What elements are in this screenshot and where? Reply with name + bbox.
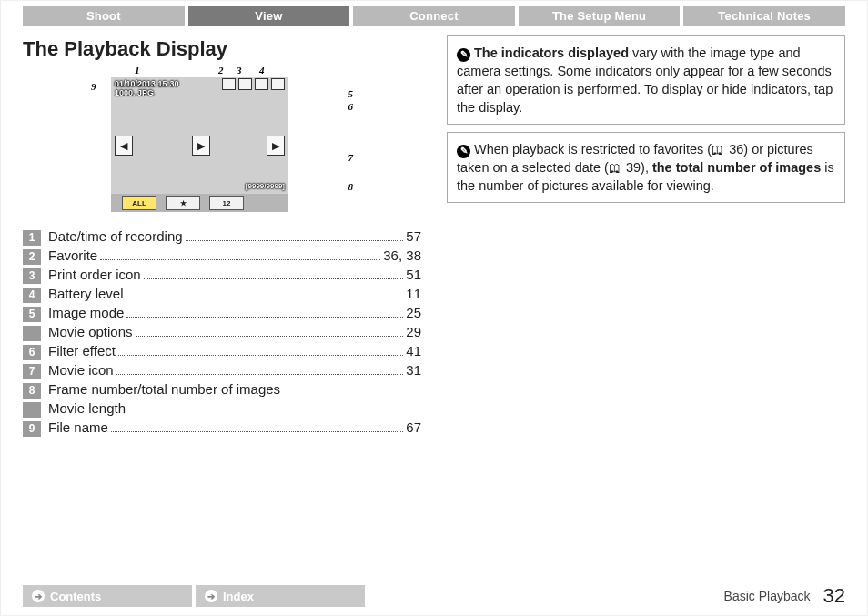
index-link[interactable]: ➔ Index	[196, 585, 365, 607]
overlay-datetime: 01/10/2013 15:30	[115, 79, 179, 88]
legend-pageref[interactable]: 31	[406, 360, 421, 379]
legend-number: .	[23, 326, 41, 341]
legend-row: 4Battery level11	[23, 284, 421, 303]
legend-row: 8Frame number/total number of images	[23, 379, 421, 399]
legend-pageref[interactable]: 57	[406, 227, 421, 246]
legend-pageref[interactable]: 36, 38	[383, 246, 421, 265]
footer-bar: ➔ Contents ➔ Index Basic Playback 32	[23, 584, 845, 608]
tab-favorite-icon: ★	[166, 196, 200, 210]
legend-number: 9	[23, 421, 41, 437]
contents-label: Contents	[50, 590, 101, 603]
legend-label: Print order icon	[48, 265, 141, 284]
top-tabs: Shoot View Connect The Setup Menu Techni…	[23, 6, 845, 26]
note2-post1: ),	[641, 160, 652, 175]
tab-calendar-icon: 12	[209, 196, 244, 210]
leader-dots	[100, 259, 380, 260]
prev-icon: ◀	[115, 136, 133, 156]
legend-label: Favorite	[48, 246, 97, 265]
print-order-icon	[238, 78, 252, 90]
overlay-status-icons	[222, 78, 285, 90]
note2-pre: When playback is restricted to favorites…	[474, 142, 712, 157]
tab-all-icon: ALL	[122, 196, 156, 210]
camera-screen: 01/10/2013 15:30 1000. JPG ◀ ▶ ▶ [9999/9…	[111, 77, 288, 212]
legend-label: Image mode	[48, 303, 124, 322]
legend-label: Frame number/total number of images	[48, 379, 280, 399]
legend-row: 9File name67	[23, 418, 421, 437]
note-indicators: ✎The indicators displayed vary with the …	[447, 35, 845, 125]
legend-number: 8	[23, 383, 41, 399]
leader-dots	[116, 374, 404, 375]
legend-number: 5	[23, 307, 41, 322]
favorite-icon	[222, 78, 236, 90]
legend-row: 1Date/time of recording57	[23, 227, 421, 246]
legend-number: 1	[23, 230, 41, 246]
next-icon: ▶	[267, 136, 285, 156]
leader-dots	[186, 240, 404, 241]
legend-row: 5Image mode25	[23, 303, 421, 322]
index-label: Index	[223, 590, 254, 603]
legend-label: File name	[48, 418, 108, 437]
legend-pageref[interactable]: 11	[406, 284, 421, 303]
callout-2: 2	[218, 65, 224, 76]
leader-dots	[136, 336, 404, 337]
legend-number: 2	[23, 249, 41, 265]
note2-bold: the total number of images	[652, 160, 821, 175]
legend-row: 7Movie icon31	[23, 360, 421, 379]
legend-list: 1Date/time of recording572Favorite36, 38…	[23, 227, 421, 437]
manual-page: Shoot View Connect The Setup Menu Techni…	[0, 0, 868, 616]
play-icon: ▶	[192, 136, 210, 156]
callout-8: 8	[348, 181, 354, 192]
legend-pageref[interactable]: 25	[406, 303, 421, 322]
section-name: Basic Playback	[724, 589, 811, 603]
legend-row: .Movie options29	[23, 322, 421, 341]
arrow-icon: ➔	[32, 590, 45, 602]
book-icon: 🕮	[712, 144, 723, 156]
leader-dots	[126, 298, 404, 298]
legend-label: Movie options	[48, 322, 133, 341]
tab-shoot[interactable]: Shoot	[23, 6, 185, 26]
legend-row: 2Favorite36, 38	[23, 246, 421, 265]
callout-6: 6	[348, 101, 354, 112]
tab-setup-menu[interactable]: The Setup Menu	[519, 6, 681, 26]
tab-connect[interactable]: Connect	[353, 6, 515, 26]
screen-bottom-tabs: ALL ★ 12	[111, 194, 288, 212]
legend-number: 3	[23, 268, 41, 284]
legend-number: 7	[23, 364, 41, 379]
battery-icon	[255, 78, 268, 90]
callout-4: 4	[259, 65, 265, 76]
pencil-icon: ✎	[457, 145, 470, 158]
callout-3: 3	[237, 65, 242, 76]
legend-row: 6Filter effect41	[23, 341, 421, 360]
callout-1: 1	[135, 65, 140, 76]
pencil-icon: ✎	[457, 48, 470, 62]
tab-technical-notes[interactable]: Technical Notes	[683, 6, 845, 26]
legend-pageref[interactable]: 67	[406, 418, 421, 437]
note2-ref1: 36	[725, 142, 743, 157]
image-mode-icon	[271, 78, 285, 90]
legend-number: .	[23, 402, 41, 418]
legend-pageref[interactable]: 41	[406, 341, 421, 360]
legend-label: Movie length	[48, 399, 126, 418]
page-title: The Playback Display	[23, 37, 421, 61]
legend-pageref[interactable]: 51	[406, 265, 421, 284]
right-column: ✎The indicators displayed vary with the …	[447, 35, 845, 437]
playback-figure: 01/10/2013 15:30 1000. JPG ◀ ▶ ▶ [9999/9…	[91, 66, 353, 216]
tab-view[interactable]: View	[188, 6, 350, 26]
legend-label: Filter effect	[48, 341, 116, 360]
left-column: The Playback Display 01/10/2013 15:30 10…	[23, 35, 421, 437]
legend-row: 3Print order icon51	[23, 265, 421, 284]
legend-pageref[interactable]: 29	[406, 322, 421, 341]
note-total-images: ✎When playback is restricted to favorite…	[447, 132, 845, 203]
book-icon: 🕮	[609, 162, 621, 174]
leader-dots	[126, 317, 403, 318]
legend-label: Movie icon	[48, 360, 114, 379]
leader-dots	[144, 278, 404, 279]
overlay-filename: 1000. JPG	[115, 88, 154, 97]
contents-link[interactable]: ➔ Contents	[23, 585, 192, 607]
arrow-icon: ➔	[205, 590, 217, 602]
overlay-frame-count: [9999/9999]	[246, 182, 285, 190]
legend-number: 4	[23, 288, 41, 303]
page-number: 32	[823, 584, 845, 608]
note2-ref2: 39	[622, 160, 641, 175]
note1-lead: The indicators displayed	[474, 45, 629, 60]
